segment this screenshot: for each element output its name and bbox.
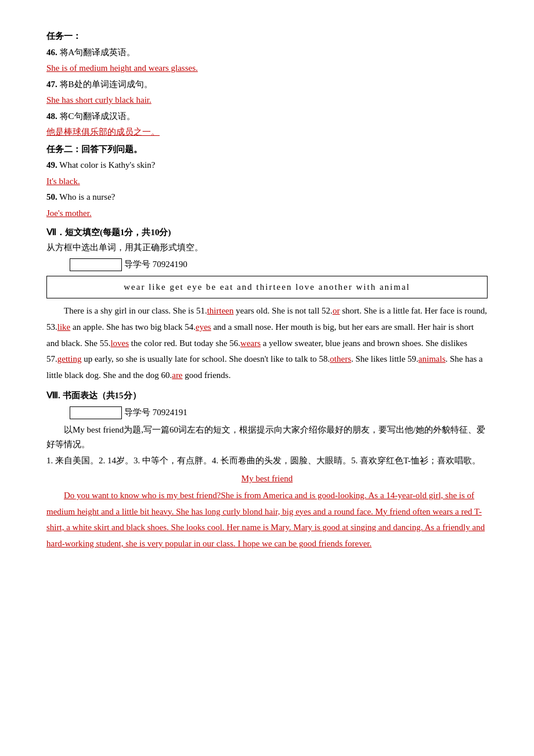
id-box-1 (70, 258, 122, 271)
essay-title-display: My best friend (46, 471, 488, 487)
section7-instruction: 从方框中选出单词，用其正确形式填空。 (46, 240, 488, 255)
q50-line: 50. Who is a nurse? (46, 190, 488, 205)
q46-line: 46. 将A句翻译成英语。 (46, 45, 488, 60)
q49-label: 49. (46, 160, 57, 170)
q46-answer: She is of medium height and wears glasse… (46, 61, 488, 76)
word-box: wear like get eye be eat and thirteen lo… (46, 276, 488, 299)
essay-body-display: Do you want to know who is my best frien… (46, 488, 488, 552)
q50-label: 50. (46, 192, 57, 201)
q46-instruction: 将A句翻译成英语。 (60, 48, 136, 57)
q47-line: 47. 将B处的单词连词成句。 (46, 77, 488, 92)
passage-section: There is a shy girl in our class. She is… (46, 303, 488, 384)
q48-instruction: 将C句翻译成汉语。 (60, 111, 135, 121)
q48-line: 48. 将C句翻译成汉语。 (46, 109, 488, 124)
section8-title: Ⅷ. 书面表达（共15分） (46, 388, 488, 404)
blank-54: eyes (196, 322, 211, 332)
student-id-label-2: 导学号 70924191 (124, 405, 187, 420)
task1-title: 任务一： (46, 29, 488, 44)
passage-intro: There is a shy girl in our class. She is… (64, 306, 207, 315)
passage-p1c: an apple. She has two big black 54. (70, 322, 196, 332)
q47-answer: She has short curly black hair. (46, 93, 488, 108)
blank-56: wears (240, 339, 261, 348)
passage-p1e: the color red. But today she 56. (129, 339, 240, 348)
q48-label: 48. (46, 111, 57, 121)
q48-answer: 他是棒球俱乐部的成员之一。 (46, 125, 488, 140)
q50-answer: Joe's mother. (46, 206, 488, 221)
blank-60: are (172, 370, 182, 380)
blank-51: thirteen (207, 306, 234, 315)
q49-line: 49. What color is Kathy's skin? (46, 158, 488, 173)
q47-instruction: 将B处的单词连词成句。 (60, 80, 153, 89)
passage-p1h: . She likes little 59. (351, 354, 418, 363)
blank-53: like (57, 322, 71, 332)
passage-p1a: years old. She is not tall 52. (233, 306, 332, 315)
q50-question: Who is a nurse? (59, 192, 115, 201)
essay-instruction1: 以My best friend为题,写一篇60词左右的短文，根据提示向大家介绍你… (46, 423, 488, 452)
blank-52: or (333, 306, 340, 315)
blank-55: loves (110, 339, 129, 348)
q46-label: 46. (46, 48, 57, 57)
id-box-2 (70, 406, 122, 419)
student-id-line-1: 导学号 70924190 (70, 257, 488, 272)
task2-title: 任务二：回答下列问题。 (46, 142, 488, 157)
blank-57: getting (57, 354, 82, 363)
q49-question: What color is Kathy's skin? (59, 160, 155, 170)
student-id-label-1: 导学号 70924190 (124, 257, 187, 272)
q49-answer: It's black. (46, 174, 488, 189)
section7-title: Ⅶ．短文填空(每题1分，共10分) (46, 225, 488, 240)
passage-p1j: good friends. (183, 370, 231, 380)
q47-label: 47. (46, 80, 57, 89)
essay-prompts: 1. 来自美国。2. 14岁。3. 中等个，有点胖。4. 长而卷曲的头发，圆脸、… (46, 453, 488, 469)
blank-58: others (330, 354, 351, 363)
blank-59: animals (418, 354, 446, 363)
passage-p1g: up early, so she is usually late for sch… (81, 354, 330, 363)
student-id-line-2: 导学号 70924191 (70, 405, 488, 420)
